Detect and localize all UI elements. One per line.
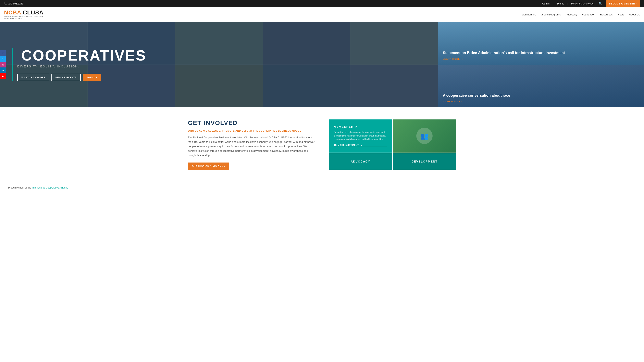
twitter-button[interactable]: t	[0, 56, 6, 62]
membership-card-title: MEMBERSHIP	[334, 125, 387, 128]
get-involved-title: GET INVOLVED	[188, 119, 317, 126]
hero-panel-bottom-content: A cooperative conversation about race RE…	[443, 93, 510, 103]
hero-accent-bar	[12, 48, 13, 81]
hero-panel-infrastructure: Statement on Biden Administration's call…	[438, 22, 644, 65]
hero-left-panel: COOPERATIVES DIVERSITY. EQUITY. INCLUSIO…	[0, 22, 438, 107]
footer-area: Proud member of the International Cooper…	[0, 182, 644, 193]
impact-conference-link[interactable]: IMPACT Conference	[571, 2, 594, 5]
top-nav-links: Journal | Events | IMPACT Conference 🔍 B…	[542, 0, 640, 7]
cards-grid: MEMBERSHIP Be part of the only cross-sec…	[329, 119, 456, 170]
hero-right-panel: Statement on Biden Administration's call…	[438, 22, 644, 107]
what-is-coop-button[interactable]: WHAT IS A CO-OP?	[17, 74, 50, 81]
get-involved-left: GET INVOLVED JOIN US AS WE ADVANCE, PROM…	[188, 119, 317, 170]
nav-advocacy[interactable]: Advocacy	[566, 13, 577, 16]
separator-1: |	[553, 2, 553, 5]
top-bar: 📞 240.608.6167 Journal | Events | IMPACT…	[0, 0, 644, 7]
phone-number: 240.608.6167	[8, 2, 23, 5]
advocacy-card-label: ADVOCACY	[351, 160, 370, 163]
hero-panel-bottom-title: A cooperative conversation about race	[443, 93, 510, 98]
facebook-button[interactable]: f	[0, 50, 6, 56]
social-sidebar: f t ◉ in ▶	[0, 50, 6, 79]
nav-links: Membership Global Programs Advocacy Foun…	[522, 13, 640, 16]
linkedin-button[interactable]: in	[0, 67, 6, 73]
hero-panel-top-content: Statement on Biden Administration's call…	[443, 50, 565, 60]
events-link[interactable]: Events	[556, 2, 564, 5]
hero-panel-bottom-link[interactable]: READ MORE ›	[443, 100, 462, 103]
logo[interactable]: NCBA CLUSA NATIONAL COOPERATIVE BUSINESS…	[4, 9, 44, 19]
hero-panel-top-title: Statement on Biden Administration's call…	[443, 50, 565, 55]
ica-link[interactable]: International Cooperative Alliance	[32, 186, 68, 189]
nav-news[interactable]: News	[618, 13, 624, 16]
nav-membership[interactable]: Membership	[522, 13, 536, 16]
hero-panel-race: A cooperative conversation about race RE…	[438, 65, 644, 107]
mission-vision-button[interactable]: OUR MISSION & VISION ›	[188, 163, 229, 170]
hero-title: COOPERATIVES	[21, 48, 146, 63]
news-events-button[interactable]: NEWS & EVENTS	[52, 74, 81, 81]
hero-section: f t ◉ in ▶ COOPERATIVES DIVERSITY. EQUIT…	[0, 22, 644, 107]
youtube-button[interactable]: ▶	[0, 73, 6, 79]
footer-text: Proud member of the International Cooper…	[8, 186, 636, 189]
membership-card-body: Be part of the only cross-sector coopera…	[334, 130, 387, 141]
join-us-button[interactable]: JOIN US	[83, 74, 101, 81]
get-involved-subtitle: JOIN US AS WE ADVANCE, PROMOTE AND DEFEN…	[188, 130, 317, 132]
nav-global-programs[interactable]: Global Programs	[541, 13, 561, 16]
membership-card-image: 👥	[393, 119, 456, 153]
nav-foundation[interactable]: Foundation	[582, 13, 595, 16]
instagram-button[interactable]: ◉	[0, 62, 6, 67]
separator-2: |	[567, 2, 568, 5]
get-involved-right: MEMBERSHIP Be part of the only cross-sec…	[329, 119, 456, 170]
logo-subtitle: NATIONAL COOPERATIVE BUSINESS ASSOCIATIO…	[4, 16, 44, 19]
join-movement-link[interactable]: JOIN THE MOVEMENT ›	[334, 144, 387, 147]
search-icon[interactable]: 🔍	[598, 2, 602, 6]
get-involved-body: The National Cooperative Business Associ…	[188, 135, 317, 158]
main-nav: NCBA CLUSA NATIONAL COOPERATIVE BUSINESS…	[0, 7, 644, 22]
logo-text: NCBA CLUSA	[4, 9, 44, 16]
membership-card: MEMBERSHIP Be part of the only cross-sec…	[329, 119, 392, 153]
hero-subtitle: DIVERSITY. EQUITY. INCLUSION.	[17, 65, 146, 68]
get-involved-section: GET INVOLVED JOIN US AS WE ADVANCE, PROM…	[180, 107, 464, 182]
become-member-button[interactable]: BECOME A MEMBER ›	[606, 0, 640, 7]
phone-icon: 📞	[4, 2, 7, 5]
hero-text-content: COOPERATIVES DIVERSITY. EQUITY. INCLUSIO…	[17, 48, 146, 81]
development-card[interactable]: DEVELOPMENT	[393, 153, 456, 170]
nav-about-us[interactable]: About Us	[629, 13, 640, 16]
nav-resources[interactable]: Resources	[600, 13, 613, 16]
hero-panel-top-link[interactable]: LEARN MORE ›	[443, 58, 463, 60]
advocacy-card[interactable]: ADVOCACY	[329, 153, 392, 170]
phone-area: 📞 240.608.6167	[4, 2, 23, 5]
development-card-label: DEVELOPMENT	[412, 160, 438, 163]
hero-buttons: WHAT IS A CO-OP? NEWS & EVENTS JOIN US	[17, 74, 146, 81]
journal-link[interactable]: Journal	[542, 2, 550, 5]
